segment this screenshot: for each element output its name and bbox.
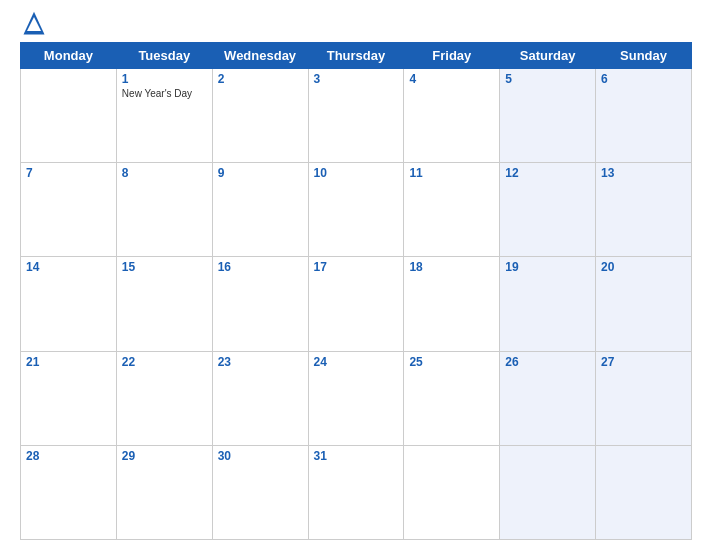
holiday-label: New Year's Day: [122, 88, 207, 99]
calendar-cell: 14: [21, 257, 117, 351]
day-number: 3: [314, 72, 399, 86]
calendar-cell: 20: [596, 257, 692, 351]
weekday-header-friday: Friday: [404, 43, 500, 69]
day-number: 14: [26, 260, 111, 274]
calendar-cell: 25: [404, 351, 500, 445]
calendar-cell: 26: [500, 351, 596, 445]
day-number: 10: [314, 166, 399, 180]
day-number: 13: [601, 166, 686, 180]
calendar-cell: 4: [404, 69, 500, 163]
day-number: 17: [314, 260, 399, 274]
calendar-cell: 3: [308, 69, 404, 163]
weekday-header-thursday: Thursday: [308, 43, 404, 69]
calendar-cell: 12: [500, 163, 596, 257]
calendar-cell: 22: [116, 351, 212, 445]
day-number: 30: [218, 449, 303, 463]
calendar-cell: 27: [596, 351, 692, 445]
weekday-header-row: MondayTuesdayWednesdayThursdayFridaySatu…: [21, 43, 692, 69]
day-number: 5: [505, 72, 590, 86]
day-number: 31: [314, 449, 399, 463]
logo: [20, 10, 52, 38]
calendar-cell: 9: [212, 163, 308, 257]
weekday-header-sunday: Sunday: [596, 43, 692, 69]
week-row-4: 21222324252627: [21, 351, 692, 445]
calendar-cell: 15: [116, 257, 212, 351]
calendar-cell: 13: [596, 163, 692, 257]
calendar-cell: 11: [404, 163, 500, 257]
day-number: 23: [218, 355, 303, 369]
day-number: 25: [409, 355, 494, 369]
calendar-cell: 7: [21, 163, 117, 257]
calendar-cell: 17: [308, 257, 404, 351]
weekday-header-wednesday: Wednesday: [212, 43, 308, 69]
top-bar: [20, 10, 692, 38]
day-number: 9: [218, 166, 303, 180]
calendar-cell: 21: [21, 351, 117, 445]
calendar-cell: 1New Year's Day: [116, 69, 212, 163]
day-number: 18: [409, 260, 494, 274]
day-number: 27: [601, 355, 686, 369]
logo-icon: [20, 10, 48, 38]
calendar-cell: 8: [116, 163, 212, 257]
weekday-header-saturday: Saturday: [500, 43, 596, 69]
calendar-cell: 18: [404, 257, 500, 351]
day-number: 22: [122, 355, 207, 369]
day-number: 15: [122, 260, 207, 274]
calendar-cell: [500, 445, 596, 539]
day-number: 16: [218, 260, 303, 274]
calendar-cell: [596, 445, 692, 539]
calendar-cell: [21, 69, 117, 163]
calendar-cell: 16: [212, 257, 308, 351]
day-number: 21: [26, 355, 111, 369]
day-number: 26: [505, 355, 590, 369]
day-number: 24: [314, 355, 399, 369]
day-number: 1: [122, 72, 207, 86]
calendar-cell: 6: [596, 69, 692, 163]
calendar-cell: 23: [212, 351, 308, 445]
calendar-cell: 28: [21, 445, 117, 539]
week-row-2: 78910111213: [21, 163, 692, 257]
week-row-5: 28293031: [21, 445, 692, 539]
day-number: 2: [218, 72, 303, 86]
calendar-cell: 30: [212, 445, 308, 539]
calendar-table: MondayTuesdayWednesdayThursdayFridaySatu…: [20, 42, 692, 540]
day-number: 12: [505, 166, 590, 180]
calendar-cell: 5: [500, 69, 596, 163]
weekday-header-monday: Monday: [21, 43, 117, 69]
day-number: 20: [601, 260, 686, 274]
calendar-cell: 2: [212, 69, 308, 163]
week-row-3: 14151617181920: [21, 257, 692, 351]
day-number: 7: [26, 166, 111, 180]
calendar-cell: 19: [500, 257, 596, 351]
week-row-1: 1New Year's Day23456: [21, 69, 692, 163]
day-number: 4: [409, 72, 494, 86]
calendar-cell: 10: [308, 163, 404, 257]
weekday-header-tuesday: Tuesday: [116, 43, 212, 69]
day-number: 28: [26, 449, 111, 463]
calendar-cell: [404, 445, 500, 539]
calendar-cell: 29: [116, 445, 212, 539]
day-number: 29: [122, 449, 207, 463]
calendar-cell: 31: [308, 445, 404, 539]
day-number: 11: [409, 166, 494, 180]
day-number: 8: [122, 166, 207, 180]
day-number: 6: [601, 72, 686, 86]
day-number: 19: [505, 260, 590, 274]
calendar-cell: 24: [308, 351, 404, 445]
